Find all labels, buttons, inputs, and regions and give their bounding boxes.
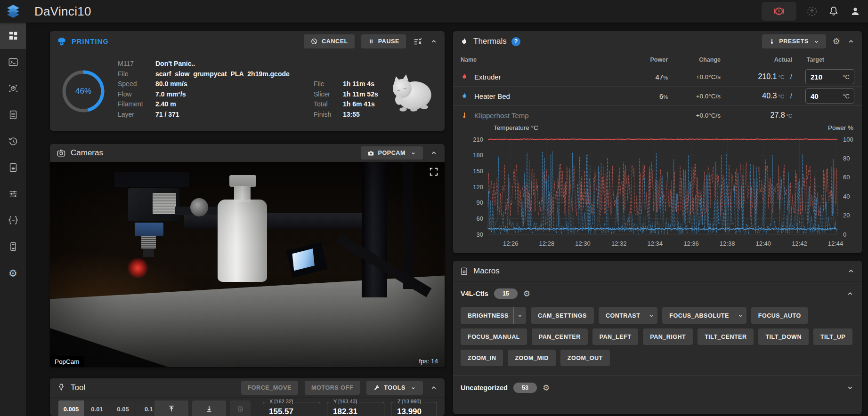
- topbar-actions: [762, 2, 861, 21]
- macro-button-tilt-up[interactable]: TILT_UP: [813, 328, 852, 345]
- collapse-group-icon[interactable]: [846, 289, 854, 298]
- dashboard-icon: [8, 31, 18, 41]
- fullscreen-icon[interactable]: [429, 167, 439, 177]
- update-available-button[interactable]: [806, 5, 818, 17]
- print-times-list: File1h 11m 4s Slicer1h 11m 52s Total1h 6…: [314, 79, 378, 120]
- macro-group-settings-icon[interactable]: ⚙: [543, 384, 550, 392]
- retract-button[interactable]: [154, 400, 188, 416]
- sidebar-item-timelapse[interactable]: [0, 154, 26, 181]
- thermals-header: Thermals ? PRESETS ⚙: [453, 31, 862, 52]
- collapse-panel-icon[interactable]: [430, 384, 438, 392]
- tool-body: 0.005 0.01 0.05 0.1: [50, 398, 445, 416]
- sidebar-item-dashboard[interactable]: [0, 23, 26, 49]
- macro-button-focus-auto[interactable]: FOCUS_AUTO: [751, 307, 808, 324]
- chart-left-axis-title: Temperature °C: [494, 124, 538, 131]
- macro-button-tilt-center[interactable]: TILT_CENTER: [698, 328, 754, 345]
- chevron-down-icon[interactable]: [734, 307, 746, 324]
- filament-save-button[interactable]: [230, 400, 251, 416]
- info-row-speed: Speed80.0 mm/s: [118, 79, 290, 89]
- account-button[interactable]: [849, 5, 861, 17]
- extruder-target-input[interactable]: [806, 72, 837, 81]
- macros-header: Macros: [453, 261, 862, 282]
- arrow-up-from-line-icon: [167, 405, 176, 413]
- chevron-down-icon: [410, 385, 416, 391]
- thermals-settings-icon[interactable]: ⚙: [833, 37, 840, 46]
- topbar: DaVinci10: [0, 0, 868, 23]
- step-0.05[interactable]: 0.05: [110, 400, 136, 416]
- sidebar-item-machine[interactable]: [0, 233, 26, 260]
- svg-text:80: 80: [843, 155, 850, 162]
- help-icon[interactable]: ?: [511, 37, 520, 46]
- svg-text:180: 180: [473, 152, 483, 159]
- collapse-panel-icon[interactable]: [430, 149, 438, 157]
- emergency-stop-button[interactable]: [762, 2, 796, 21]
- y-position-field[interactable]: Y [163.43] 182.31: [327, 402, 384, 416]
- sidebar-item-gcode-preview[interactable]: [0, 75, 26, 102]
- macro-button-zoom-in[interactable]: ZOOM_IN: [461, 350, 503, 366]
- x-position-field[interactable]: X [162.32] 155.57: [263, 402, 320, 416]
- collapse-panel-icon[interactable]: [847, 267, 855, 275]
- webcam-selector-button[interactable]: POPCAM: [361, 146, 423, 160]
- sidebar-item-history[interactable]: [0, 128, 26, 154]
- expand-group-icon[interactable]: [846, 384, 854, 392]
- collapse-panel-icon[interactable]: [430, 37, 438, 46]
- cancel-button[interactable]: CANCEL: [304, 34, 355, 48]
- temperature-chart-svg[interactable]: 21018015012090603010080604020012:2612:28…: [453, 125, 862, 251]
- sidebar-item-fine-tune[interactable]: [0, 181, 26, 207]
- svg-text:12:30: 12:30: [575, 240, 591, 247]
- z-position-field[interactable]: Z [13.990] 13.990: [391, 402, 437, 416]
- pause-button[interactable]: PAUSE: [361, 34, 406, 48]
- step-0.01[interactable]: 0.01: [84, 400, 110, 416]
- server-icon: [8, 241, 18, 252]
- macro-button-zoom-out[interactable]: ZOOM_OUT: [560, 350, 610, 366]
- extrude-button[interactable]: [192, 400, 226, 416]
- mainsail-logo[interactable]: [0, 0, 26, 23]
- sd-card-icon: [237, 406, 243, 412]
- sidebar-item-settings[interactable]: ⚙: [0, 260, 26, 286]
- macro-button-contrast[interactable]: CONTRAST: [599, 307, 657, 324]
- print-status-panel: PRINTING CANCEL PAUSE: [50, 31, 445, 131]
- cat-model-thumbnail: [387, 70, 436, 114]
- bell-icon: [828, 6, 839, 17]
- macro-group-name: Uncategorized: [461, 384, 508, 392]
- chevron-down-icon[interactable]: [513, 307, 526, 324]
- svg-text:60: 60: [477, 215, 483, 222]
- svg-text:30: 30: [477, 231, 483, 238]
- macro-group-name: V4L-Ctls: [461, 290, 488, 297]
- sidebar-item-print-jobs[interactable]: [0, 102, 26, 128]
- macro-button-pan-center[interactable]: PAN_CENTER: [532, 328, 588, 345]
- step-0.005[interactable]: 0.005: [58, 400, 84, 416]
- motors-off-button[interactable]: MOTORS OFF: [305, 381, 360, 395]
- chevron-down-icon[interactable]: [645, 307, 657, 324]
- macro-group-settings-icon[interactable]: ⚙: [523, 290, 530, 298]
- sidebar: ⚙: [0, 23, 26, 416]
- console-icon: [8, 57, 18, 67]
- macro-button-focus-absolute[interactable]: FOCUS_ABSOLUTE: [662, 307, 746, 324]
- macro-button-tilt-down[interactable]: TILT_DOWN: [758, 328, 808, 345]
- progress-ring: 46%: [60, 68, 106, 114]
- history-icon: [8, 136, 18, 146]
- macro-button-cam-settings[interactable]: CAM_SETTINGS: [531, 307, 594, 324]
- collapse-panel-icon[interactable]: [847, 37, 855, 46]
- nozzle-icon: [57, 383, 66, 392]
- notifications-button[interactable]: [827, 5, 840, 17]
- presets-button[interactable]: PRESETS: [762, 34, 826, 48]
- macro-button-zoom-mid[interactable]: ZOOM_MID: [508, 350, 555, 366]
- macro-button-pan-right[interactable]: PAN_RIGHT: [643, 328, 693, 345]
- heater-bed-target-input[interactable]: [806, 92, 837, 101]
- info-row-m117: M117Don't Panic..: [118, 59, 290, 69]
- force-move-button[interactable]: FORCE_MOVE: [241, 381, 299, 395]
- macro-button-focus-manual[interactable]: FOCUS_MANUAL: [461, 328, 527, 345]
- sidebar-item-console[interactable]: [0, 49, 26, 75]
- macro-button-brightness[interactable]: BRIGHTNESS: [461, 307, 526, 324]
- temperature-chart[interactable]: Temperature °C Power % 21018015012090603…: [453, 125, 862, 251]
- sidebar-item-configuration[interactable]: [0, 207, 26, 233]
- webcam-vignette: [50, 162, 445, 367]
- macro-button-pan-left[interactable]: PAN_LEFT: [592, 328, 639, 345]
- macro-count-badge: 15: [494, 288, 518, 299]
- arrow-down-to-line-icon: [205, 405, 213, 413]
- flame-red-icon: [461, 73, 468, 80]
- exclude-object-icon[interactable]: [413, 36, 423, 47]
- tools-dropdown-button[interactable]: TOOLS: [366, 381, 423, 395]
- chevron-down-icon: [410, 150, 416, 156]
